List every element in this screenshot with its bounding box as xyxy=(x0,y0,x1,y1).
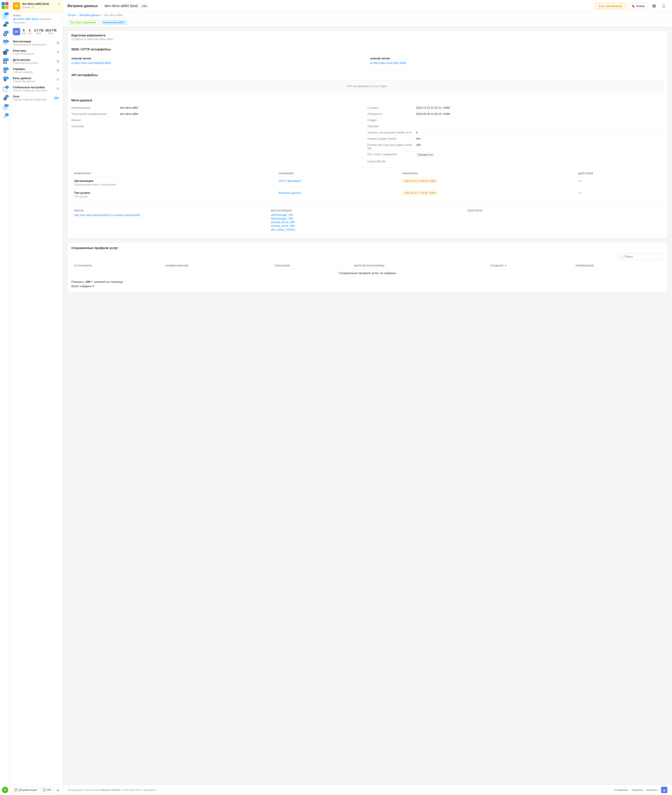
sidebar-current-service-name[interactable]: dev-dtms-alt84 (test) xyxy=(13,18,38,21)
install-link-5[interactable]: dtm_status_monitor_ xyxy=(271,228,464,231)
web-interface-2: smevql server ● https://dev-nsud-db01:80… xyxy=(370,57,664,65)
pagination-count-select[interactable]: 100 ▾ xyxy=(85,280,93,283)
nav-dots[interactable]: 8 xyxy=(1,113,9,121)
sidebar-item-servers[interactable]: Серверы Список серверов 5 xyxy=(10,66,62,75)
sidebar-collapse-button[interactable]: ◀ xyxy=(55,787,60,793)
user-avatar[interactable]: G xyxy=(2,787,8,793)
page-title-prefix: Витрина данных xyxy=(67,4,98,8)
footer-software-label: Программное Обеспечение xyxy=(67,789,100,791)
comp-org-name-link[interactable]: ООО "Датамарт" xyxy=(278,179,302,182)
sidebar-item-datacenters[interactable]: Дата-центры Список дата-центров 2 xyxy=(10,57,62,66)
nav-clock[interactable]: 10 xyxy=(1,104,9,112)
grid-badge: 329 xyxy=(3,58,8,61)
footer-link-about[interactable]: О компании xyxy=(614,789,628,791)
breadcrumb: Услуги • Витрина данных • dev-dtms-alt84 xyxy=(63,12,672,18)
meta-grid: Наименование dev-dtms-alt84 Техническое … xyxy=(71,105,664,165)
app-logo[interactable] xyxy=(2,2,9,9)
sidebar-vm-stat-disk: 20,0 ГБ DISK xyxy=(45,29,56,35)
sidebar-item-installations[interactable]: Инсталляции Установленные приложения 5 xyxy=(10,38,62,48)
nav-hex[interactable]: 8 xyxy=(1,49,9,57)
pagination-row: Показать 100 ▾ записей на странице xyxy=(71,277,664,285)
sidebar-service-status-text: Неактивно xyxy=(13,21,25,24)
gear-icon-button[interactable] xyxy=(650,2,658,10)
bookmark-icon: 🔖 xyxy=(631,4,635,8)
meta-row-dump-lines: Количество строк для дампа логов БД 100 xyxy=(367,142,664,151)
nexus-col: NEXUS http://dev-dtms-distrbuilder01.ru-… xyxy=(74,209,267,232)
nav-cloud[interactable]: 3 xyxy=(1,21,9,29)
sidebar-vm-block: DD 5 ВМ 2 CPU 3,7 ГБ RAM 20,0 ГБ DISK xyxy=(10,26,62,37)
meta-row-version: Версия xyxy=(71,117,367,123)
sidebar-header: DD dev-dtms-alt84 (test) Услуги: 72 ▾ xyxy=(10,0,62,12)
breadcrumb-services[interactable]: Услуги xyxy=(67,14,76,17)
web-link-2[interactable]: https://dev-nsud-db01:8080 xyxy=(373,61,406,65)
col-manage: УПРАВЛЕНИЕ xyxy=(573,262,664,269)
meta-title: Мета-данные xyxy=(71,98,664,102)
pagination-chevron-icon: ▾ xyxy=(91,280,93,283)
profiles-empty-text: Сохраненные профили услуг не найдены xyxy=(71,269,664,277)
bell-icon xyxy=(662,4,666,8)
sidebar-vm-icon: DD xyxy=(13,28,20,35)
components-table: КОМПОНЕНТ НАЗВАНИЕ ОБНОВЛЕН ДЕЙСТВИЯ Орг… xyxy=(71,170,664,200)
nav-list[interactable]: 269 xyxy=(1,40,9,48)
install-link-1[interactable]: alertmanager_952 xyxy=(271,213,464,216)
meta-row-name: Наименование dev-dtms-alt84 xyxy=(71,105,367,111)
web-interfaces: smevql server ● https://dev-nsud-kafka03… xyxy=(71,54,664,67)
comp-col-component: КОМПОНЕНТ xyxy=(71,170,276,177)
footer-link-license[interactable]: Лицензия xyxy=(632,789,643,791)
nav-dashboard[interactable]: 72 xyxy=(1,12,9,20)
per-page-label: записей на странице xyxy=(94,280,123,283)
update-button[interactable]: Есть обновление xyxy=(595,3,626,9)
sidebar-services-count: Услуги: 72 xyxy=(22,6,49,9)
diamond-badge: 195 xyxy=(3,77,8,79)
nav-grid[interactable]: 329 xyxy=(1,58,9,66)
sidebar-chevron-icon[interactable]: ▾ xyxy=(58,2,60,6)
clusters-col: КЛАСТЕРЫ xyxy=(468,209,661,232)
meta-row-tech-name: Техническое наименование dev-dtms-alt84 xyxy=(71,111,367,117)
nav-square[interactable]: 3 xyxy=(1,85,9,94)
web-link-1[interactable]: https://dev-nsud-kafka03:8080 xyxy=(74,61,111,65)
nav-db[interactable]: 174 xyxy=(1,67,9,75)
comp-col-updated: ОБНОВЛЕН xyxy=(400,170,576,177)
install-link-4[interactable]: smevql_server_955 xyxy=(271,224,464,227)
comp-stype-name-link[interactable]: Витрина данных xyxy=(278,191,301,195)
sidebar-nav: Инсталляции Установленные приложения 5 К… xyxy=(10,37,62,785)
sidebar-item-global-settings[interactable]: Глобальные настройки Список глобальных н… xyxy=(10,84,62,93)
nav-settings-global[interactable]: 87 xyxy=(1,30,9,38)
comp-col-actions: ДЕЙСТВИЯ xyxy=(576,170,664,177)
comp-org-action-icon[interactable] xyxy=(578,179,582,184)
sidebar-service-icon: DD xyxy=(13,2,20,10)
bell-icon-button[interactable] xyxy=(660,2,667,10)
main-header: Витрина данных → dev-dtms-alt84 (test) #… xyxy=(63,0,672,12)
scroll-top-button[interactable]: ▲ xyxy=(661,787,667,793)
tag-test-env: Тестовое окружение xyxy=(67,20,99,25)
svg-rect-3 xyxy=(5,6,8,9)
saved-profiles-card: Сохраненные профили услуг УСТАНОВИТЬ НАИ… xyxy=(67,242,667,293)
saved-profiles-title: Сохраненные профили услуг xyxy=(71,246,664,250)
dots-badge: 8 xyxy=(5,113,9,116)
doc-icon xyxy=(14,789,18,792)
nav-star[interactable]: 4 xyxy=(1,94,9,103)
footer-link-contacts[interactable]: Контакты xyxy=(646,789,657,791)
show-label: Показать xyxy=(71,280,84,283)
col-name: НАИМЕНОВАНИЕ xyxy=(163,262,272,269)
link-dot-2: ● xyxy=(370,61,372,65)
breadcrumb-vitrina[interactable]: Витрина данных xyxy=(80,14,101,17)
search-field[interactable] xyxy=(624,255,661,258)
sidebar-item-logs[interactable]: Логи Журнал событий и действий 233 xyxy=(10,93,62,102)
component-card-title: Карточка компонента xyxy=(71,34,664,37)
new-button[interactable]: 🔖 Новая xyxy=(628,3,648,9)
sidebar-item-databases[interactable]: Базы данных Список баз данных 0 xyxy=(10,75,62,84)
nexus-link[interactable]: http://dev-dtms-distrbuilder01.ru-centra… xyxy=(74,214,141,217)
api-button[interactable]: API xyxy=(40,787,53,793)
documentation-button[interactable]: Документация xyxy=(13,787,38,793)
sidebar-item-clusters[interactable]: Кластеры Список кластеров 0 xyxy=(10,48,62,57)
install-link-2[interactable]: alertmanager_953 xyxy=(271,217,464,220)
api-interfaces-title: API интерфейсы xyxy=(71,73,664,77)
comp-col-name: НАЗВАНИЕ xyxy=(276,170,400,177)
profiles-empty-row: Сохраненные профили услуг не найдены xyxy=(71,269,664,277)
install-link-3[interactable]: smevql_server_954 xyxy=(271,221,464,224)
breadcrumb-sep1: • xyxy=(77,14,78,17)
comp-stype-action-icon[interactable] xyxy=(578,192,582,195)
nav-diamond[interactable]: 195 xyxy=(1,76,9,85)
col-created: СОЗДАНО ▼ xyxy=(487,262,573,269)
